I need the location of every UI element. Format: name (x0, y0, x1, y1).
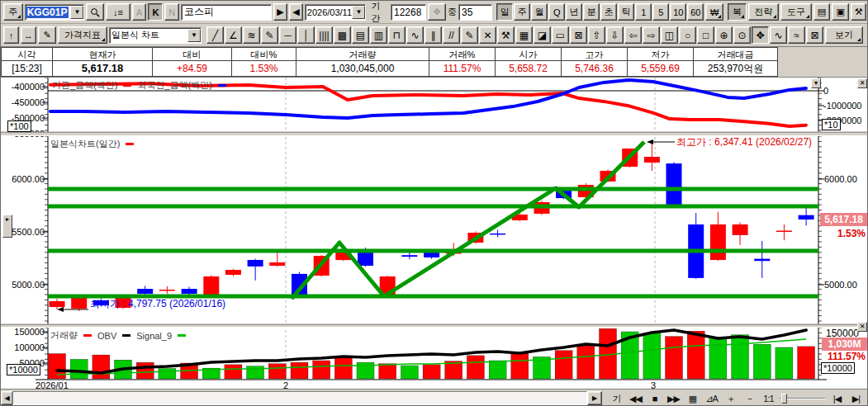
close-indicator-icon[interactable]: ⊠ (806, 26, 823, 44)
chevron-down-icon[interactable]: ▼ (352, 6, 365, 19)
next-symbol-button[interactable]: ▶ (273, 3, 287, 21)
clear-all-icon[interactable]: ⊠ (570, 26, 587, 44)
strategy-button[interactable]: 전략 (748, 3, 779, 21)
vertical-line-icon[interactable]: │ (297, 26, 315, 44)
open-folder-icon[interactable]: ▤ (813, 3, 831, 21)
delete-line-icon[interactable]: ✕ (479, 26, 496, 44)
pencil-icon[interactable]: ✎ (461, 26, 478, 44)
price-indicator-button[interactable]: 가격지표 (58, 26, 107, 44)
pitchfork-icon[interactable]: // (443, 26, 460, 44)
panel-expand-icon[interactable]: ▾ (811, 78, 821, 88)
zoom-out-icon[interactable]: － (742, 391, 757, 406)
recent-list-button[interactable]: ↓≡ (106, 3, 130, 21)
timeframe-button-초[interactable]: 초 (600, 3, 617, 21)
timeframe-button-주[interactable]: 주 (514, 3, 530, 21)
rect-tool-icon[interactable]: □ (697, 26, 714, 44)
dense-lines-icon[interactable]: ▩ (334, 26, 351, 44)
zoom-candle-icon[interactable]: ⊙ (733, 26, 751, 44)
one-to-one-icon[interactable]: 1:1 (761, 391, 776, 406)
go-last-icon[interactable]: ▶| (848, 391, 864, 406)
parallel-lines-icon[interactable]: ∥ (425, 26, 442, 44)
gann-lines-icon[interactable]: ▥ (370, 26, 387, 44)
date-combo[interactable]: 2026/03/11 ▼ (305, 4, 367, 21)
timeframe-button-1[interactable]: 1 (635, 3, 652, 21)
won-scale-button[interactable]: ₩ (705, 3, 723, 21)
symbol-name-input[interactable]: 코스피 (181, 4, 272, 21)
settings-wrench-icon[interactable]: ⚒ (851, 3, 866, 21)
freehand-line-icon[interactable]: ✎ (261, 26, 278, 44)
frame-settings-icon[interactable]: ▦ (685, 391, 700, 406)
save-icon[interactable]: ▣ (832, 3, 849, 21)
scroll-left-button[interactable]: ◀ (1, 391, 13, 405)
quote-header: 고가 (562, 48, 627, 61)
fit-count-icon[interactable]: ✥ (428, 3, 446, 21)
fast-backward-icon[interactable]: ◀◀ (628, 391, 643, 406)
zoom-in-icon[interactable]: ＋ (723, 391, 738, 406)
palette-icon[interactable]: ▦ (515, 26, 533, 44)
arrow-up-icon[interactable]: ⇧ (588, 26, 605, 44)
visible-count-input[interactable]: 35 (458, 4, 492, 21)
zoom-slider[interactable] (780, 393, 826, 404)
tools-button[interactable]: 도구 (780, 3, 811, 21)
chart-scrollbar[interactable] (12, 391, 587, 405)
regression-icon[interactable]: ∿ (406, 26, 424, 44)
flag-n-button[interactable]: N (164, 3, 179, 21)
period-count-input[interactable]: 12268 (391, 4, 426, 21)
fan-line-icon[interactable]: ≋ (243, 26, 260, 44)
scale-fit-icon[interactable]: ↔ (21, 26, 36, 44)
slider-thumb[interactable] (781, 394, 787, 404)
timeframe-button-월[interactable]: 월 (531, 3, 548, 21)
timeframe-button-분[interactable]: 분 (583, 3, 600, 21)
panel-splitter[interactable] (1, 324, 868, 328)
timeframe-button-60[interactable]: 60 (687, 3, 704, 21)
fast-forward-icon[interactable]: ▶▶ (666, 391, 681, 406)
timeframe-button-5[interactable]: 5 (652, 3, 669, 21)
arrow-down-icon[interactable]: ⇩ (606, 26, 624, 44)
horizontal-line-icon[interactable]: ─ (279, 26, 296, 44)
search-icon[interactable] (86, 3, 104, 21)
close-icon[interactable]: ✕ (857, 322, 867, 332)
chart-type-select[interactable]: 일본식 차트 ▼ (109, 27, 202, 44)
channel-icon[interactable]: ⊓ (388, 26, 406, 44)
circle-tool-icon[interactable]: ○ (679, 26, 696, 44)
vertical-lines-icon[interactable]: |||| (315, 26, 333, 44)
zoom-area-icon[interactable]: ⊕ (715, 26, 733, 44)
stop-icon[interactable]: ■ (647, 391, 662, 406)
flag-k-button[interactable]: K (148, 3, 163, 21)
arrow-right-icon[interactable]: ⇨ (643, 26, 660, 44)
exit-icon[interactable]: ◫ (661, 26, 678, 44)
timeframe-button-일[interactable]: 일 (496, 3, 513, 21)
scale-up-icon[interactable]: ↑ (3, 26, 19, 44)
chart-region[interactable]: -400000-450000-500000-5500000-1000000-20… (1, 77, 868, 389)
arrow-left-icon[interactable]: ⇦ (624, 26, 642, 44)
chart-scale-icon[interactable]: ⊿A (704, 391, 719, 406)
symbol-combo[interactable]: KGG01P ▼ (25, 4, 85, 21)
fibonacci-icon[interactable]: ▤ (352, 26, 369, 44)
chevron-down-icon[interactable]: ▼ (187, 29, 201, 42)
edit-note-icon[interactable]: ✎ (38, 26, 56, 44)
go-first-icon[interactable]: |◀ (829, 391, 845, 406)
left-panel-toggle[interactable]: ▸ (2, 215, 12, 238)
timeframe-button-틱[interactable]: 틱 (618, 3, 634, 21)
angle-line-icon[interactable]: ∠ (225, 26, 242, 44)
restore-button[interactable]: 복 (728, 3, 747, 21)
scroll-right-button[interactable]: ▶ (587, 391, 602, 405)
eraser-icon[interactable]: ◪ (534, 26, 551, 44)
compress-wave-icon[interactable]: ∿ (770, 26, 787, 44)
timeframe-button-10[interactable]: 10 (670, 3, 686, 21)
edit-box-icon[interactable]: ▭ (552, 26, 569, 44)
trend-line-icon[interactable]: ╱ (206, 26, 224, 44)
prev-symbol-button[interactable]: ◀ (289, 3, 303, 21)
chart-plot-area[interactable]: -400000-450000-500000-5500000-1000000-20… (1, 78, 868, 389)
close-icon[interactable]: ✕ (857, 78, 867, 88)
pan-zoom-icon[interactable]: ✥ (752, 26, 769, 44)
timeframe-button-년[interactable]: 년 (566, 3, 582, 21)
period-type-button[interactable]: 주 (3, 3, 23, 21)
view-button[interactable]: 보기 (825, 26, 863, 44)
tool-settings-icon[interactable]: ⚒ (497, 26, 515, 44)
timeframe-button-Q[interactable]: Q (548, 3, 565, 21)
chevron-down-icon[interactable]: ▼ (70, 6, 83, 19)
expand-wave-icon[interactable]: ≈ (788, 26, 805, 44)
flag-a-button[interactable]: A (132, 3, 147, 21)
auto-scale-icon[interactable]: 기 (609, 391, 624, 406)
